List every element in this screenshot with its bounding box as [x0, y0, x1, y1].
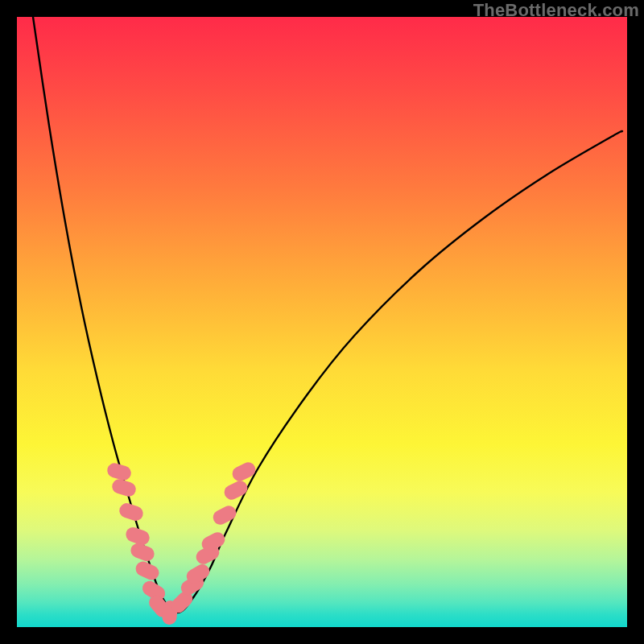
bead-marker [222, 478, 250, 502]
bead-marker [211, 503, 239, 527]
bead-marker [118, 502, 145, 522]
bead-layer [17, 17, 627, 627]
bead-marker [230, 460, 258, 483]
bead-marker [110, 477, 138, 498]
bead-marker [129, 541, 156, 564]
bead-marker [134, 559, 162, 583]
